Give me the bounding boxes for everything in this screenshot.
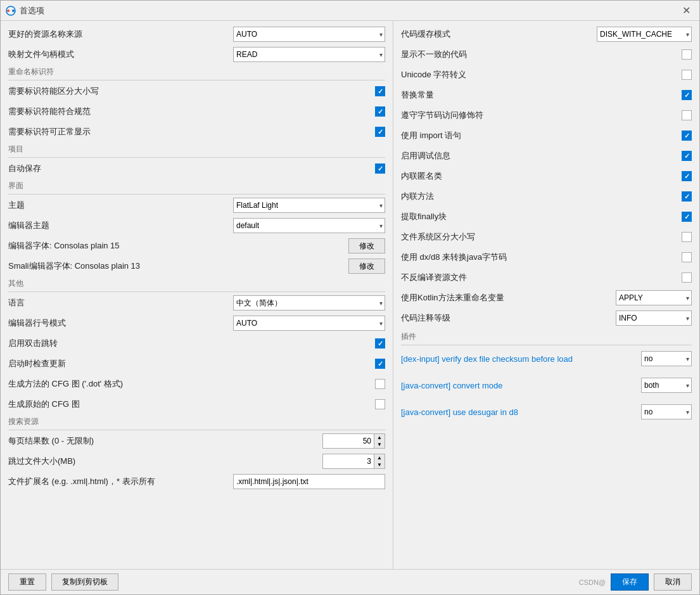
use-dx-d8-label: 使用 dx/d8 来转换java字节码 [401, 252, 682, 263]
debug-info-checkbox[interactable] [682, 151, 692, 161]
editor-theme-select[interactable]: default [233, 218, 385, 233]
conformant-label: 需要标识符能符合规范 [8, 106, 135, 117]
bottom-bar: 重置 复制到剪切板 CSDN@ 保存 取消 [1, 569, 699, 594]
case-sensitive-checkbox[interactable] [375, 86, 385, 96]
unicode-escape-checkbox[interactable] [682, 70, 692, 80]
ui-section-label: 界面 [8, 181, 385, 191]
kotlin-rename-select[interactable]: APPLY [616, 290, 692, 305]
language-select[interactable]: 中文（简体） [233, 295, 385, 310]
plugins-section-label: 插件 [401, 331, 692, 342]
editor-font-button[interactable]: 修改 [348, 238, 385, 253]
printable-checkbox[interactable] [375, 127, 385, 137]
cfg-raw-row: 生成原始的 CFG 图 [8, 396, 385, 413]
other-section-label: 其他 [8, 278, 385, 289]
file-handle-select-wrapper: READ [233, 47, 385, 62]
skip-file-size-down[interactable]: ▼ [374, 461, 385, 468]
auto-save-checkbox[interactable] [375, 163, 385, 174]
unicode-escape-label: Unicode 字符转义 [401, 69, 682, 80]
skip-file-size-input[interactable] [323, 454, 374, 468]
editor-font-row: 编辑器字体: Consolas plain 15 修改 [8, 238, 385, 254]
java-convert-mode-label: [java-convert] convert mode [401, 381, 641, 390]
use-dx-d8-checkbox[interactable] [682, 252, 692, 262]
dex-input-row: [dex-input] verify dex file checksum bef… [401, 350, 692, 367]
double-click-checkbox[interactable] [375, 338, 385, 349]
editor-font-label: 编辑器字体: Consolas plain 15 [8, 240, 186, 252]
code-comment-level-row: 代码注释等级 INFO [401, 310, 692, 326]
file-extensions-label: 文件扩展名 (e.g. .xml|.html)，* 表示所有 [8, 476, 186, 487]
file-handle-select[interactable]: READ [233, 47, 385, 62]
replace-consts-label: 替换常量 [401, 89, 682, 101]
language-label: 语言 [8, 297, 135, 309]
java-convert-desugar-select[interactable]: no [641, 404, 692, 419]
bottom-left-buttons: 重置 复制到剪切板 [8, 573, 118, 591]
smali-font-label: Smali编辑器字体: Consolas plain 13 [8, 260, 186, 272]
line-number-mode-label: 编辑器行号模式 [8, 317, 135, 329]
replace-consts-checkbox[interactable] [682, 90, 692, 100]
check-update-label: 启动时检查更新 [8, 358, 135, 369]
code-comment-level-label: 代码注释等级 [401, 312, 616, 324]
results-per-page-wrapper: ▲ ▼ [322, 433, 385, 449]
skip-file-size-label: 跳过文件大小(MB) [8, 456, 135, 467]
results-per-page-down[interactable]: ▼ [374, 441, 385, 448]
no-decompile-res-row: 不反编译资源文件 [401, 269, 692, 286]
code-cache-select[interactable]: DISK_WITH_CACHE [597, 27, 692, 42]
java-convert-mode-select[interactable]: both [641, 378, 692, 393]
theme-select-wrapper: FlatLaf Light [233, 198, 385, 213]
kotlin-rename-label: 使用Kotlin方法来重命名变量 [401, 292, 616, 304]
editor-theme-label: 编辑器主题 [8, 220, 135, 231]
line-number-select[interactable]: AUTO [233, 316, 385, 331]
no-decompile-res-label: 不反编译资源文件 [401, 272, 682, 283]
java-convert-desugar-label: [java-convert] use desugar in d8 [401, 407, 641, 417]
smali-font-button[interactable]: 修改 [348, 259, 385, 274]
theme-select[interactable]: FlatLaf Light [233, 198, 385, 213]
save-button[interactable]: 保存 [611, 573, 649, 591]
dex-input-select[interactable]: no [641, 351, 692, 366]
right-panel: 代码缓存模式 DISK_WITH_CACHE 显示不一致的代码 Unicode … [393, 21, 699, 569]
double-click-row: 启用双击跳转 [8, 335, 385, 352]
skip-file-size-up[interactable]: ▲ [374, 454, 385, 461]
inline-anonymous-label: 内联匿名类 [401, 170, 682, 182]
results-per-page-input[interactable] [323, 434, 374, 448]
ui-divider [8, 194, 385, 195]
results-per-page-label: 每页结果数 (0 - 无限制) [8, 435, 186, 447]
java-convert-mode-select-wrapper: both [641, 378, 692, 393]
fs-case-checkbox[interactable] [682, 232, 692, 242]
inline-method-label: 内联方法 [401, 191, 682, 202]
byte-access-checkbox[interactable] [682, 110, 692, 120]
inline-method-checkbox[interactable] [682, 191, 692, 202]
inline-anonymous-checkbox[interactable] [682, 171, 692, 181]
reset-button[interactable]: 重置 [8, 573, 46, 591]
cfg-raw-checkbox[interactable] [375, 399, 385, 409]
preferences-window: 首选项 ✕ 更好的资源名称来源 AUTO 映射文件句柄模式 [0, 0, 700, 595]
cfg-dot-row: 生成方法的 CFG 图 ('.dot' 格式) [8, 376, 385, 392]
code-comment-select[interactable]: INFO [616, 310, 692, 326]
cfg-dot-checkbox[interactable] [375, 379, 385, 389]
language-select-wrapper: 中文（简体） [233, 295, 385, 310]
rename-section-label: 重命名标识符 [8, 67, 385, 77]
use-import-checkbox[interactable] [682, 131, 692, 141]
file-extensions-input[interactable] [233, 474, 385, 489]
show-inconsistent-checkbox[interactable] [682, 49, 692, 60]
extract-finally-checkbox[interactable] [682, 212, 692, 222]
debug-info-row: 启用调试信息 [401, 148, 692, 164]
copy-to-clipboard-button[interactable]: 复制到剪切板 [51, 573, 118, 591]
close-button[interactable]: ✕ [678, 3, 694, 18]
check-update-row: 启动时检查更新 [8, 355, 385, 372]
dex-input-label: [dex-input] verify dex file checksum bef… [401, 354, 641, 364]
code-comment-select-wrapper: INFO [616, 310, 692, 326]
inline-method-row: 内联方法 [401, 188, 692, 205]
cancel-button[interactable]: 取消 [654, 573, 692, 591]
titlebar-left: 首选项 [6, 5, 44, 16]
double-click-label: 启用双击跳转 [8, 338, 135, 349]
check-update-checkbox[interactable] [375, 359, 385, 369]
conformant-checkbox[interactable] [375, 106, 385, 117]
main-content: 更好的资源名称来源 AUTO 映射文件句柄模式 READ [1, 21, 699, 569]
resource-name-select[interactable]: AUTO [233, 27, 385, 42]
no-decompile-res-checkbox[interactable] [682, 272, 692, 283]
search-divider [8, 430, 385, 430]
project-section-label: 项目 [8, 144, 385, 155]
byte-access-row: 遵守字节码访问修饰符 [401, 107, 692, 124]
use-dx-d8-row: 使用 dx/d8 来转换java字节码 [401, 249, 692, 266]
results-per-page-up[interactable]: ▲ [374, 434, 385, 441]
skip-file-size-wrapper: ▲ ▼ [322, 454, 385, 469]
